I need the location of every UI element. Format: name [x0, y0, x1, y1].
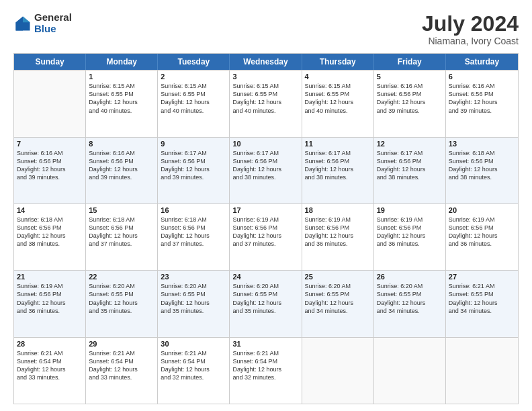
- day-number: 20: [449, 206, 515, 214]
- day-info: Sunrise: 6:16 AM Sunset: 6:56 PM Dayligh…: [17, 149, 83, 182]
- day-number: 4: [305, 73, 371, 81]
- cal-cell-w4-d0: 28Sunrise: 6:21 AM Sunset: 6:54 PM Dayli…: [14, 338, 86, 404]
- header-saturday: Saturday: [446, 54, 518, 70]
- day-number: 16: [161, 206, 226, 214]
- title-block: July 2024 Niamana, Ivory Coast: [422, 12, 519, 46]
- day-info: Sunrise: 6:17 AM Sunset: 6:56 PM Dayligh…: [305, 149, 371, 182]
- cal-cell-w1-d1: 8Sunrise: 6:16 AM Sunset: 6:56 PM Daylig…: [86, 138, 158, 203]
- day-info: Sunrise: 6:19 AM Sunset: 6:56 PM Dayligh…: [449, 216, 515, 248]
- header-friday: Friday: [374, 54, 446, 70]
- day-info: Sunrise: 6:16 AM Sunset: 6:56 PM Dayligh…: [89, 149, 154, 182]
- week-1: 1Sunrise: 6:15 AM Sunset: 6:55 PM Daylig…: [14, 70, 518, 136]
- day-number: 30: [161, 340, 226, 348]
- day-number: 21: [17, 273, 83, 281]
- cal-cell-w3-d0: 21Sunrise: 6:19 AM Sunset: 6:56 PM Dayli…: [14, 271, 86, 336]
- svg-marker-2: [16, 22, 24, 30]
- day-number: 8: [89, 140, 154, 148]
- day-info: Sunrise: 6:19 AM Sunset: 6:56 PM Dayligh…: [305, 216, 371, 248]
- cal-cell-w0-d5: 5Sunrise: 6:16 AM Sunset: 6:56 PM Daylig…: [374, 71, 446, 136]
- cal-cell-w2-d5: 19Sunrise: 6:19 AM Sunset: 6:56 PM Dayli…: [374, 204, 446, 270]
- cal-cell-w0-d6: 6Sunrise: 6:16 AM Sunset: 6:56 PM Daylig…: [446, 71, 518, 136]
- page: General Blue July 2024 Niamana, Ivory Co…: [0, 0, 532, 411]
- cal-cell-w1-d6: 13Sunrise: 6:18 AM Sunset: 6:56 PM Dayli…: [446, 138, 518, 203]
- cal-cell-w4-d6: [446, 338, 518, 404]
- day-info: Sunrise: 6:19 AM Sunset: 6:56 PM Dayligh…: [17, 282, 83, 315]
- day-info: Sunrise: 6:21 AM Sunset: 6:54 PM Dayligh…: [161, 349, 226, 382]
- day-number: 9: [161, 140, 226, 148]
- day-number: 22: [89, 273, 154, 281]
- day-info: Sunrise: 6:15 AM Sunset: 6:55 PM Dayligh…: [232, 82, 298, 115]
- day-info: Sunrise: 6:20 AM Sunset: 6:55 PM Dayligh…: [305, 282, 371, 315]
- cal-cell-w2-d6: 20Sunrise: 6:19 AM Sunset: 6:56 PM Dayli…: [446, 204, 518, 270]
- day-info: Sunrise: 6:19 AM Sunset: 6:56 PM Dayligh…: [377, 216, 443, 248]
- cal-cell-w1-d0: 7Sunrise: 6:16 AM Sunset: 6:56 PM Daylig…: [14, 138, 86, 203]
- cal-cell-w3-d3: 24Sunrise: 6:20 AM Sunset: 6:55 PM Dayli…: [230, 271, 302, 336]
- cal-cell-w2-d1: 15Sunrise: 6:18 AM Sunset: 6:56 PM Dayli…: [86, 204, 158, 270]
- day-info: Sunrise: 6:15 AM Sunset: 6:55 PM Dayligh…: [161, 82, 226, 115]
- cal-cell-w0-d2: 2Sunrise: 6:15 AM Sunset: 6:55 PM Daylig…: [158, 71, 230, 136]
- header-thursday: Thursday: [302, 54, 374, 70]
- day-number: 19: [377, 206, 443, 214]
- cal-cell-w3-d5: 26Sunrise: 6:20 AM Sunset: 6:55 PM Dayli…: [374, 271, 446, 336]
- cal-cell-w4-d3: 31Sunrise: 6:21 AM Sunset: 6:54 PM Dayli…: [230, 338, 302, 404]
- day-info: Sunrise: 6:18 AM Sunset: 6:56 PM Dayligh…: [161, 216, 226, 248]
- calendar: Sunday Monday Tuesday Wednesday Thursday…: [13, 53, 519, 404]
- day-info: Sunrise: 6:18 AM Sunset: 6:56 PM Dayligh…: [17, 216, 83, 248]
- day-info: Sunrise: 6:15 AM Sunset: 6:55 PM Dayligh…: [89, 82, 154, 115]
- day-info: Sunrise: 6:21 AM Sunset: 6:55 PM Dayligh…: [449, 282, 515, 315]
- cal-cell-w1-d5: 12Sunrise: 6:17 AM Sunset: 6:56 PM Dayli…: [374, 138, 446, 203]
- day-number: 10: [232, 140, 298, 148]
- cal-cell-w2-d4: 18Sunrise: 6:19 AM Sunset: 6:56 PM Dayli…: [302, 204, 374, 270]
- cal-cell-w3-d4: 25Sunrise: 6:20 AM Sunset: 6:55 PM Dayli…: [302, 271, 374, 336]
- day-info: Sunrise: 6:16 AM Sunset: 6:56 PM Dayligh…: [377, 82, 443, 115]
- cal-cell-w1-d2: 9Sunrise: 6:17 AM Sunset: 6:56 PM Daylig…: [158, 138, 230, 203]
- logo-text: General Blue: [34, 12, 72, 34]
- cal-cell-w4-d4: [302, 338, 374, 404]
- day-number: 17: [232, 206, 298, 214]
- cal-cell-w4-d2: 30Sunrise: 6:21 AM Sunset: 6:54 PM Dayli…: [158, 338, 230, 404]
- cal-cell-w2-d2: 16Sunrise: 6:18 AM Sunset: 6:56 PM Dayli…: [158, 204, 230, 270]
- subtitle: Niamana, Ivory Coast: [422, 36, 519, 46]
- cal-cell-w0-d3: 3Sunrise: 6:15 AM Sunset: 6:55 PM Daylig…: [230, 71, 302, 136]
- day-info: Sunrise: 6:20 AM Sunset: 6:55 PM Dayligh…: [232, 282, 298, 315]
- day-number: 28: [17, 340, 83, 348]
- calendar-body: 1Sunrise: 6:15 AM Sunset: 6:55 PM Daylig…: [14, 70, 518, 404]
- day-info: Sunrise: 6:21 AM Sunset: 6:54 PM Dayligh…: [89, 349, 154, 382]
- svg-marker-1: [23, 16, 30, 22]
- week-3: 14Sunrise: 6:18 AM Sunset: 6:56 PM Dayli…: [14, 203, 518, 270]
- day-info: Sunrise: 6:21 AM Sunset: 6:54 PM Dayligh…: [232, 349, 298, 382]
- day-number: 2: [161, 73, 226, 81]
- day-number: 1: [89, 73, 154, 81]
- calendar-header: Sunday Monday Tuesday Wednesday Thursday…: [14, 54, 518, 70]
- logo-general-text: General: [34, 12, 72, 24]
- day-info: Sunrise: 6:19 AM Sunset: 6:56 PM Dayligh…: [232, 216, 298, 248]
- cal-cell-w4-d5: [374, 338, 446, 404]
- header-sunday: Sunday: [14, 54, 86, 70]
- day-number: 11: [305, 140, 371, 148]
- day-info: Sunrise: 6:16 AM Sunset: 6:56 PM Dayligh…: [449, 82, 515, 115]
- day-number: 13: [449, 140, 515, 148]
- day-info: Sunrise: 6:15 AM Sunset: 6:55 PM Dayligh…: [305, 82, 371, 115]
- day-number: 15: [89, 206, 154, 214]
- day-number: 6: [449, 73, 515, 81]
- day-info: Sunrise: 6:20 AM Sunset: 6:55 PM Dayligh…: [377, 282, 443, 315]
- cal-cell-w0-d4: 4Sunrise: 6:15 AM Sunset: 6:55 PM Daylig…: [302, 71, 374, 136]
- logo: General Blue: [13, 12, 72, 34]
- cal-cell-w3-d1: 22Sunrise: 6:20 AM Sunset: 6:55 PM Dayli…: [86, 271, 158, 336]
- cal-cell-w0-d0: [14, 71, 86, 136]
- day-number: 31: [232, 340, 298, 348]
- logo-icon: [13, 14, 32, 33]
- week-5: 28Sunrise: 6:21 AM Sunset: 6:54 PM Dayli…: [14, 337, 518, 404]
- cal-cell-w2-d3: 17Sunrise: 6:19 AM Sunset: 6:56 PM Dayli…: [230, 204, 302, 270]
- header-monday: Monday: [86, 54, 158, 70]
- day-info: Sunrise: 6:18 AM Sunset: 6:56 PM Dayligh…: [449, 149, 515, 182]
- day-number: 23: [161, 273, 226, 281]
- day-number: 5: [377, 73, 443, 81]
- week-4: 21Sunrise: 6:19 AM Sunset: 6:56 PM Dayli…: [14, 270, 518, 336]
- cal-cell-w1-d3: 10Sunrise: 6:17 AM Sunset: 6:56 PM Dayli…: [230, 138, 302, 203]
- day-number: 12: [377, 140, 443, 148]
- day-info: Sunrise: 6:17 AM Sunset: 6:56 PM Dayligh…: [232, 149, 298, 182]
- header-tuesday: Tuesday: [158, 54, 230, 70]
- cal-cell-w1-d4: 11Sunrise: 6:17 AM Sunset: 6:56 PM Dayli…: [302, 138, 374, 203]
- cal-cell-w3-d2: 23Sunrise: 6:20 AM Sunset: 6:55 PM Dayli…: [158, 271, 230, 336]
